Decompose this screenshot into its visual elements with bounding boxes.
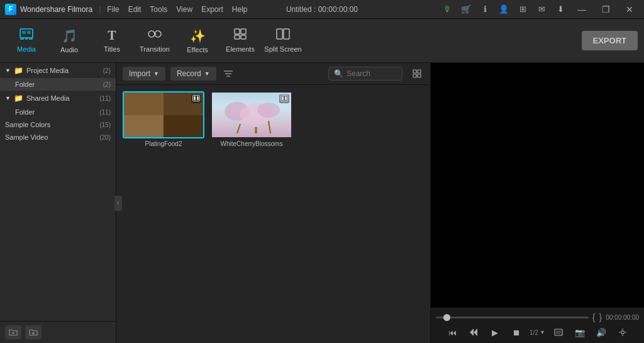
toolbar-effects[interactable]: ✨ Effects (177, 22, 218, 60)
voice-icon[interactable]: 🎙 (440, 3, 454, 16)
filter-icon[interactable] (221, 67, 235, 81)
app-logo: F (5, 4, 16, 15)
below-toolbar: ▼ 📁 Project Media (2) Folder (2) ▼ 📁 Sha (0, 63, 644, 343)
snapshot-button[interactable]: 📷 (572, 325, 588, 339)
import-button[interactable] (25, 325, 42, 339)
volume-button[interactable]: 🔊 (593, 325, 609, 339)
quality-selector[interactable]: 1/2 ▼ (530, 329, 545, 336)
right-preview: { } 00:00:00:00 ⏮ ▶ ⏹ 1/2 ▼ (430, 63, 644, 343)
project-folder-count: (2) (103, 81, 111, 88)
minimize-button[interactable]: — (572, 3, 591, 16)
transition-icon (148, 28, 162, 43)
play-button[interactable]: ▶ (487, 325, 503, 339)
svg-rect-1 (22, 31, 26, 34)
toolbar-media-label: Media (17, 45, 36, 53)
app-name: Wondershare Filmora (20, 5, 92, 14)
shared-media-header[interactable]: ▼ 📁 Shared Media (11) (0, 91, 116, 106)
shared-folder-label: Folder (15, 108, 35, 116)
preview-bracket-left: { (592, 312, 596, 322)
svg-rect-34 (282, 96, 284, 100)
shared-media-count: (11) (99, 95, 111, 102)
preview-screen (431, 63, 644, 308)
elements-icon (234, 28, 247, 43)
mail-icon[interactable]: ✉ (535, 3, 548, 16)
cherry-thumbnail (211, 91, 292, 138)
svg-rect-12 (277, 29, 282, 39)
toolbar-transition[interactable]: Transition (135, 22, 175, 60)
main-toolbar: Media 🎵 Audio T Titles Transition ✨ Effe… (0, 19, 644, 63)
user-icon[interactable]: 👤 (497, 3, 511, 16)
menu-file[interactable]: File (107, 5, 119, 14)
toolbar-effects-label: Effects (187, 46, 208, 53)
toolbar-titles[interactable]: T Titles (92, 22, 132, 60)
toolbar-elements[interactable]: Elements (220, 22, 260, 60)
toolbar-media[interactable]: Media (6, 22, 47, 60)
sample-video-label: Sample Video (5, 133, 48, 141)
shared-media-label: Shared Media (26, 94, 70, 102)
food-icon-overlay (191, 94, 201, 103)
cart-icon[interactable]: 🛒 (459, 3, 473, 16)
left-panel: ▼ 📁 Project Media (2) Folder (2) ▼ 📁 Sha (0, 63, 116, 343)
bookmark-icon[interactable]: ⊞ (516, 3, 530, 16)
svg-rect-26 (197, 96, 199, 100)
search-input[interactable] (347, 69, 397, 78)
toolbar-titles-label: Titles (104, 45, 120, 53)
titles-icon: T (108, 28, 116, 43)
menu-edit[interactable]: Edit (128, 5, 142, 14)
close-button[interactable]: ✕ (620, 3, 639, 16)
import-dropdown[interactable]: Import ▼ (123, 67, 165, 81)
preview-progress-slider[interactable] (436, 317, 589, 318)
panel-collapse-arrow[interactable]: ‹ (114, 196, 122, 211)
svg-rect-8 (235, 29, 240, 34)
sample-colors-item[interactable]: Sample Colors (15) (0, 118, 116, 131)
maximize-button[interactable]: ❐ (596, 3, 615, 16)
svg-rect-2 (27, 31, 31, 34)
import-label: Import (129, 69, 150, 78)
preview-controls: { } 00:00:00:00 ⏮ ▶ ⏹ 1/2 ▼ (431, 308, 644, 343)
media-item-food[interactable]: PlatingFood2 (123, 91, 204, 147)
project-media-folder[interactable]: Folder (2) (0, 78, 116, 91)
svg-rect-11 (241, 35, 246, 39)
svg-marker-37 (474, 329, 477, 336)
download-icon[interactable]: ⬇ (553, 3, 567, 16)
step-back-button[interactable] (465, 325, 482, 339)
preview-timecode: 00:00:00:00 (606, 314, 639, 321)
project-folder-label: Folder (15, 81, 35, 88)
food-thumbnail (123, 91, 204, 138)
shared-media-folder[interactable]: Folder (11) (0, 106, 116, 118)
menu-export[interactable]: Export (201, 5, 223, 14)
svg-rect-35 (285, 96, 287, 100)
audio-icon: 🎵 (62, 28, 77, 43)
settings-button[interactable] (614, 325, 631, 339)
project-media-header[interactable]: ▼ 📁 Project Media (2) (0, 63, 116, 78)
toolbar-elements-label: Elements (226, 45, 255, 53)
svg-rect-20 (413, 70, 416, 73)
record-dropdown[interactable]: Record ▼ (170, 67, 216, 81)
media-item-cherry[interactable]: WhiteCherryBlossoms (211, 91, 292, 147)
new-folder-button[interactable] (5, 325, 21, 339)
stop-button[interactable]: ⏹ (508, 325, 525, 339)
shared-media-folder-icon: 📁 (14, 94, 23, 103)
record-label: Record (177, 69, 201, 78)
quality-chevron-icon: ▼ (540, 329, 545, 335)
grid-view-icon[interactable] (410, 67, 424, 81)
svg-rect-39 (556, 330, 561, 334)
sample-video-item[interactable]: Sample Video (20) (0, 131, 116, 143)
svg-marker-36 (470, 329, 474, 336)
menu-tools[interactable]: Tools (150, 5, 167, 14)
toolbar-audio[interactable]: 🎵 Audio (49, 22, 89, 60)
export-button[interactable]: EXPORT (582, 31, 638, 50)
go-to-start-button[interactable]: ⏮ (444, 325, 460, 339)
preview-slider-row: { } 00:00:00:00 (436, 312, 639, 322)
left-center-wrapper: ▼ 📁 Project Media (2) Folder (2) ▼ 📁 Sha (0, 63, 430, 343)
splitscreen-icon (276, 28, 290, 43)
media-toolbar: Import ▼ Record ▼ 🔍 (116, 63, 430, 85)
toolbar-splitscreen[interactable]: Split Screen (263, 22, 303, 60)
info-icon[interactable]: ℹ (478, 3, 492, 16)
preview-btn-row: ⏮ ▶ ⏹ 1/2 ▼ (436, 325, 639, 339)
menu-help[interactable]: Help (232, 5, 248, 14)
menu-view[interactable]: View (176, 5, 192, 14)
fullscreen-button[interactable] (550, 325, 567, 339)
project-media-folder-icon: 📁 (14, 66, 23, 75)
svg-rect-21 (418, 70, 421, 73)
